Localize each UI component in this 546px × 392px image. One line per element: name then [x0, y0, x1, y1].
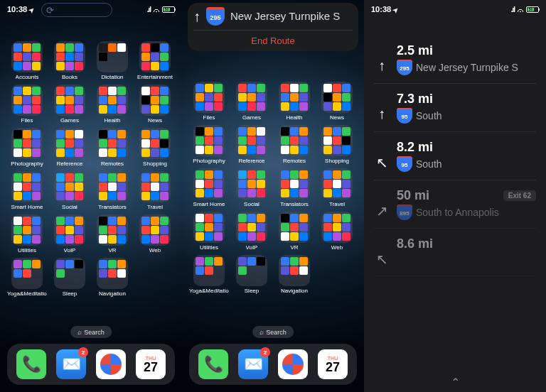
folder-health[interactable]: Health — [92, 85, 132, 124]
clock: 10:38 — [371, 5, 391, 13]
safari-app[interactable] — [96, 349, 126, 379]
folder-files[interactable]: Files — [189, 82, 229, 121]
signal-icon — [147, 5, 151, 13]
directions-panel: 10:38 51 ↑2.5 mi295New Jersey Turnpike S… — [364, 0, 546, 392]
folder-label: Yoga&Meditation — [7, 290, 47, 297]
folder-yogameditation[interactable]: Yoga&Meditation — [7, 258, 47, 297]
folder-shopping[interactable]: Shopping — [135, 128, 175, 167]
banner-road: New Jersey Turnpike S — [230, 10, 340, 23]
direction-step[interactable]: ↖8.2 mi95South — [374, 132, 536, 180]
folder-remotes[interactable]: Remotes — [274, 125, 314, 164]
folder-navigation[interactable]: Navigation — [274, 255, 314, 294]
mail-badge: 2 — [78, 347, 88, 357]
folder-voip[interactable]: VoIP — [232, 212, 272, 251]
battery-icon: 51 — [162, 6, 175, 13]
step-distance: 8.2 mi — [397, 140, 536, 155]
folder-accounts[interactable]: Accounts — [7, 41, 47, 80]
folder-vr[interactable]: VR — [92, 214, 132, 254]
mail-app[interactable]: ✉️2 — [238, 349, 268, 379]
folder-dictation[interactable]: Dictation — [92, 41, 132, 80]
folder-translators[interactable]: Translators — [274, 168, 314, 207]
folder-photography[interactable]: Photography — [189, 125, 229, 164]
phone-app[interactable]: 📞 — [198, 349, 228, 379]
folder-yogameditation[interactable]: Yoga&Meditation — [189, 255, 229, 294]
folder-news[interactable]: News — [317, 82, 357, 121]
location-icon — [393, 5, 399, 13]
folder-utilities[interactable]: Utilities — [189, 212, 229, 251]
app-grid-1: AccountsBooksDictationEntertainmentFiles… — [7, 41, 175, 297]
folder-reference[interactable]: Reference — [50, 128, 90, 167]
arrow-up-icon: ↑ — [193, 9, 200, 25]
direction-step[interactable]: ↑7.3 mi95South — [374, 84, 536, 132]
folder-label: Shopping — [143, 160, 167, 167]
folder-label: Social — [62, 204, 77, 210]
folder-sleep[interactable]: Sleep — [50, 258, 90, 297]
folder-files[interactable]: Files — [7, 85, 47, 124]
folder-shopping[interactable]: Shopping — [317, 125, 357, 164]
folder-smarthome[interactable]: Smart Home — [7, 171, 47, 210]
end-route-button[interactable]: End Route — [193, 30, 353, 51]
clock: 10:38 — [7, 5, 27, 13]
calendar-app[interactable]: THU27 — [136, 349, 166, 379]
calendar-app[interactable]: THU27 — [318, 349, 348, 379]
folder-label: Games — [60, 117, 79, 124]
step-label: 95South — [397, 156, 536, 172]
mail-app[interactable]: ✉️2 — [56, 349, 86, 379]
folder-voip[interactable]: VoIP — [50, 214, 90, 254]
folder-web[interactable]: Web — [135, 214, 175, 254]
exit-badge: Exit 62 — [503, 190, 536, 201]
folder-label: Photography — [11, 160, 43, 167]
step-label: 95South — [397, 108, 536, 124]
route-shield-icon: 95 — [397, 156, 412, 172]
directions-list[interactable]: ↑2.5 mi295New Jersey Turnpike S↑7.3 mi95… — [364, 27, 546, 392]
folder-sleep[interactable]: Sleep — [232, 255, 272, 294]
folder-label: Entertainment — [137, 74, 173, 80]
folder-label: Files — [21, 117, 33, 124]
dock: 📞 ✉️2 THU27 — [189, 344, 357, 385]
folder-utilities[interactable]: Utilities — [7, 214, 47, 254]
folder-books[interactable]: Books — [50, 41, 90, 80]
folder-remotes[interactable]: Remotes — [92, 128, 132, 167]
folder-label: Dictation — [101, 74, 123, 80]
direction-step[interactable]: ↑2.5 mi295New Jersey Turnpike S — [374, 36, 536, 84]
folder-games[interactable]: Games — [50, 85, 90, 124]
folder-news[interactable]: News — [135, 85, 175, 124]
direction-step[interactable]: ↗50 miExit 62895South to Annapolis — [374, 180, 536, 229]
app-grid-2: FilesGamesHealthNewsPhotographyReference… — [189, 82, 357, 294]
folder-travel[interactable]: Travel — [317, 168, 357, 207]
step-distance: 50 miExit 62 — [397, 188, 536, 203]
route-shield-icon: 95 — [397, 108, 412, 124]
phone-app[interactable]: 📞 — [16, 349, 46, 379]
folder-travel[interactable]: Travel — [135, 171, 175, 210]
folder-label: Remotes — [101, 160, 124, 167]
folder-social[interactable]: Social — [50, 171, 90, 210]
direction-step[interactable]: ↖8.6 mi — [374, 229, 536, 276]
status-bar: 10:38 51 — [0, 0, 182, 18]
search-pill[interactable]: Search — [70, 326, 112, 338]
mail-badge: 2 — [260, 347, 270, 357]
folder-web[interactable]: Web — [317, 212, 357, 251]
nav-banner[interactable]: ↑ 295 New Jersey Turnpike S End Route — [188, 3, 358, 51]
folder-games[interactable]: Games — [232, 82, 272, 121]
folder-smarthome[interactable]: Smart Home — [189, 168, 229, 207]
drag-handle-icon[interactable]: ⌃ — [451, 376, 460, 389]
folder-photography[interactable]: Photography — [7, 128, 47, 167]
wifi-icon — [517, 5, 524, 13]
folder-health[interactable]: Health — [274, 82, 314, 121]
step-label: 295New Jersey Turnpike S — [397, 60, 536, 75]
folder-translators[interactable]: Translators — [92, 171, 132, 210]
step-label: 895South to Annapolis — [397, 205, 536, 220]
folder-social[interactable]: Social — [232, 168, 272, 207]
route-shield-icon: 295 — [206, 7, 225, 26]
signal-icon — [511, 5, 515, 13]
wifi-icon — [153, 5, 160, 13]
safari-app[interactable] — [278, 349, 308, 379]
folder-label: Books — [62, 74, 77, 80]
folder-vr[interactable]: VR — [274, 212, 314, 251]
folder-reference[interactable]: Reference — [232, 125, 272, 164]
route-shield-icon: 295 — [397, 60, 412, 75]
status-bar: 10:38 51 — [364, 0, 546, 18]
search-pill[interactable]: Search — [252, 326, 294, 338]
folder-entertainment[interactable]: Entertainment — [135, 41, 175, 80]
folder-navigation[interactable]: Navigation — [92, 258, 132, 297]
